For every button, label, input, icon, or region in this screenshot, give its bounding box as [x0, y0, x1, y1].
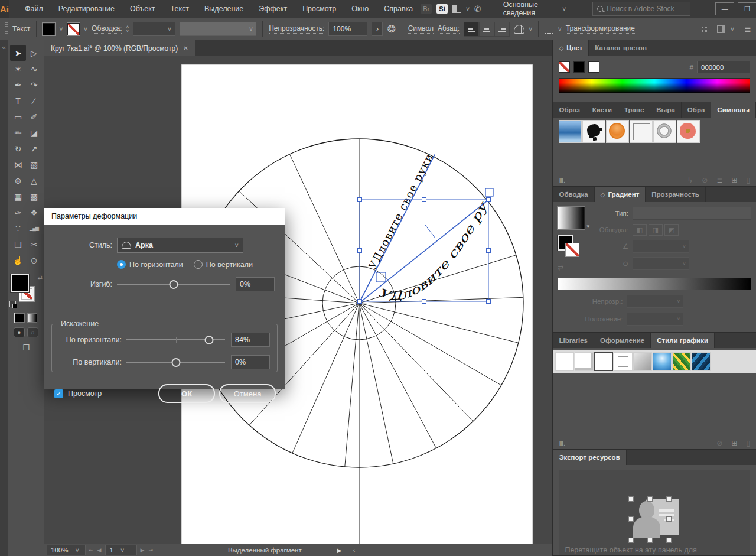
stroke-weight-value[interactable]: ˅	[133, 22, 175, 36]
document-tab[interactable]: Круг 7ка1.ai* @ 100% (RGB/Просмотр) ✕	[44, 40, 195, 56]
collapse-panel-icon[interactable]: «	[2, 44, 5, 51]
eraser-tool[interactable]: ◪	[26, 125, 42, 141]
hex-input[interactable]: 000000	[697, 61, 750, 73]
export-drop-area[interactable]: Перетащите объект на эту панель для	[559, 470, 750, 555]
line-segment-tool[interactable]: ∕	[26, 93, 42, 109]
envelope-chevron-icon[interactable]: ˅	[529, 25, 532, 32]
dock-panels-icon[interactable]	[717, 25, 725, 33]
place-symbol-icon[interactable]: ↳	[687, 176, 693, 184]
preview-checkbox[interactable]: ✓	[54, 389, 63, 398]
stock-icon[interactable]: St	[436, 4, 448, 14]
gradient-aspect-dropdown[interactable]: ˅	[633, 257, 689, 270]
distort-vertical-knob[interactable]	[171, 358, 180, 367]
zoom-level-dropdown[interactable]: 100% ˅	[47, 545, 86, 555]
menu-select[interactable]: Выделение	[197, 1, 251, 17]
symbols-tab-4[interactable]: Обра	[682, 102, 711, 118]
align-center-button[interactable]	[479, 22, 494, 37]
rectangle-tool[interactable]: ▭	[10, 109, 26, 125]
dock-chevron-icon[interactable]: ˅	[731, 25, 734, 32]
gradient-type-field[interactable]	[633, 207, 751, 220]
bend-value-input[interactable]: 0%	[236, 277, 275, 291]
rotate-tool[interactable]: ↻	[10, 141, 26, 157]
gradient-preview-swatch[interactable]	[558, 207, 585, 229]
distort-horizontal-input[interactable]: 84%	[231, 333, 270, 347]
gradient-tab-2[interactable]: Прозрачность	[646, 187, 706, 202]
panel-drag-handle[interactable]	[5, 22, 8, 35]
stroke-gradient-along-icon[interactable]: ◨	[649, 224, 663, 236]
paintbrush-tool[interactable]: ✐	[26, 109, 42, 125]
swap-fill-stroke-icon[interactable]: ⇄	[38, 274, 43, 281]
default-fill-stroke-icon[interactable]	[9, 301, 16, 307]
hand-tool[interactable]: ☝	[10, 252, 26, 268]
selection-handle-7[interactable]	[487, 300, 491, 304]
blend-tool[interactable]: ❖	[26, 204, 42, 220]
menu-effect[interactable]: Эффект	[251, 1, 295, 17]
color-tab-0[interactable]: ◇Цвет	[553, 40, 589, 56]
column-graph-tool[interactable]: ▁▄▆	[26, 220, 42, 236]
brush-definition-dropdown[interactable]: ˅	[180, 22, 256, 36]
symbol-ink-splat[interactable]	[582, 120, 605, 143]
status-back-icon[interactable]: ‹	[353, 547, 355, 554]
opacity-submit-button[interactable]: ›	[372, 22, 383, 36]
curvature-tool[interactable]: ↷	[26, 77, 42, 93]
distort-vertical-input[interactable]: 0%	[231, 355, 270, 369]
menu-type[interactable]: Текст	[163, 1, 197, 17]
reverse-gradient-icon[interactable]: ⇄	[558, 264, 563, 272]
bounding-box-icon[interactable]	[545, 25, 553, 34]
selection-tool[interactable]: ➤	[10, 45, 26, 61]
zoom-tool[interactable]: ⊙	[26, 252, 42, 268]
symbol-sprayer-tool[interactable]: ∵	[10, 220, 26, 236]
scale-tool[interactable]: ↗	[26, 141, 42, 157]
fill-swatch[interactable]	[11, 274, 29, 292]
symbols-tab-0[interactable]: Образ	[553, 102, 586, 118]
style-libraries-icon[interactable]: Ⅲ.	[559, 440, 565, 447]
cancel-button[interactable]: Отмена	[219, 384, 276, 403]
first-artboard-icon[interactable]: ⇤	[89, 547, 94, 553]
screen-mode-icon[interactable]: ❐	[22, 343, 30, 352]
selection-handle-5[interactable]	[358, 300, 362, 304]
style-green-swirl[interactable]	[672, 352, 691, 371]
magic-wand-tool[interactable]: ✶	[10, 61, 26, 77]
style-gray-gradient[interactable]	[633, 352, 652, 371]
ok-button[interactable]: ОК	[158, 384, 215, 403]
new-symbol-icon[interactable]: ⊞	[731, 176, 737, 184]
stroke-weight-chevron-icon[interactable]: ˅	[168, 25, 171, 32]
status-play-icon[interactable]: ▶	[337, 547, 342, 554]
gradient-location-dropdown[interactable]: ˅	[627, 313, 683, 326]
delete-style-icon[interactable]: ▯	[746, 439, 750, 447]
symbols-tab-1[interactable]: Кисти	[586, 102, 618, 118]
distort-horizontal-slider[interactable]	[126, 339, 225, 340]
gradient-opacity-dropdown[interactable]: ˅	[627, 295, 683, 308]
style-no-fill[interactable]	[614, 352, 633, 371]
arrange-documents-icon[interactable]	[452, 5, 461, 13]
gradient-preview-chevron-icon[interactable]: ▾	[586, 223, 589, 229]
bend-slider-knob[interactable]	[169, 280, 178, 289]
stock-search-input[interactable]: Поиск в Adobe Stock	[592, 2, 690, 16]
panel-cycle-icon[interactable]: ◇	[601, 191, 605, 198]
symbol-sky[interactable]	[559, 120, 582, 143]
gradient-button[interactable]	[27, 313, 37, 323]
color-spectrum-bar[interactable]	[559, 78, 750, 93]
symbol-registration-marks[interactable]	[630, 120, 653, 143]
color-tab-1[interactable]: Каталог цветов	[589, 40, 653, 56]
stepper-down-icon[interactable]: ˅	[126, 29, 129, 33]
selection-handle-6[interactable]	[422, 300, 426, 304]
shape-builder-tool[interactable]: ⊕	[10, 173, 26, 188]
menu-file[interactable]: Файл	[17, 1, 51, 17]
fill-chevron-icon[interactable]: ˅	[59, 25, 63, 32]
transform-panel-link[interactable]: Трансформирование	[566, 24, 635, 34]
make-envelope-icon[interactable]	[514, 25, 524, 34]
white-swatch[interactable]	[588, 61, 599, 73]
recolor-artwork-icon[interactable]: ❂	[387, 23, 395, 35]
slice-tool[interactable]: ✂	[26, 236, 42, 252]
minimize-button[interactable]: —	[715, 2, 734, 15]
selection-handle-0[interactable]	[358, 198, 362, 202]
color-button[interactable]	[15, 313, 25, 323]
stroke-gradient-within-icon[interactable]: ◧	[633, 224, 647, 236]
styles-tab-0[interactable]: Libraries	[553, 333, 594, 348]
align-right-button[interactable]	[494, 22, 510, 37]
gradient-tab-1[interactable]: ◇Градиент	[595, 187, 646, 202]
gradient-tab-0[interactable]: Обводка	[553, 187, 594, 202]
horizontal-radio[interactable]: По горизонтали	[117, 260, 183, 269]
anchor-handle-large[interactable]	[485, 188, 493, 196]
